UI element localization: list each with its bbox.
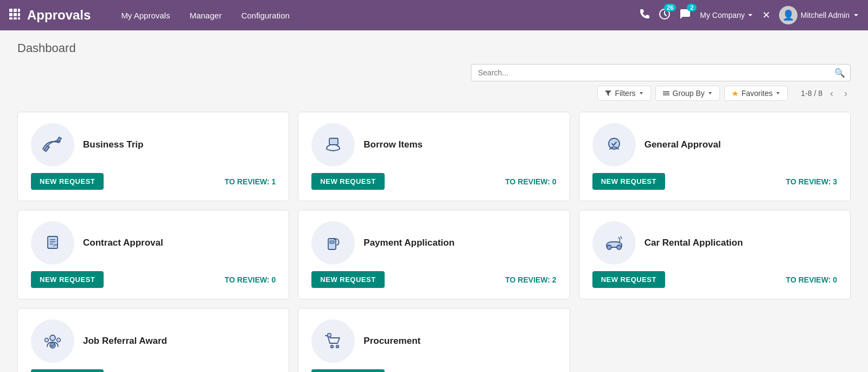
svg-point-30 (40, 328, 66, 354)
card-title: General Approval (644, 139, 721, 150)
card-title: Payment Application (363, 238, 455, 248)
card-top: Payment Application (311, 221, 556, 265)
user-menu[interactable]: 👤 Mitchell Admin (779, 6, 859, 24)
card-bottom: NEW REQUEST TO REVIEW: 0 (31, 271, 276, 288)
search-icon[interactable]: 🔍 (834, 68, 845, 78)
card-top: Borrow Items (311, 123, 556, 166)
main-content: Dashboard 🔍 Filters Group By Favorites (0, 30, 868, 372)
next-page-button[interactable]: › (841, 87, 851, 100)
card-title: Car Rental Application (644, 238, 743, 248)
svg-rect-25 (330, 241, 334, 243)
new-request-button[interactable]: NEW REQUEST (311, 271, 384, 288)
job-referral-icon (31, 319, 74, 363)
new-request-button[interactable]: NEW REQUEST (592, 271, 665, 288)
svg-rect-2 (18, 9, 20, 12)
svg-rect-1 (14, 9, 17, 12)
svg-rect-24 (328, 239, 336, 249)
to-review-count: TO REVIEW: 2 (505, 275, 556, 284)
page-title: Dashboard (17, 41, 851, 55)
to-review-count: TO REVIEW: 0 (505, 177, 556, 186)
card-job-referral[interactable]: Job Referral Award NEW REQUEST TO REVIEW… (17, 308, 289, 372)
procurement-icon (311, 319, 355, 363)
card-top: Procurement (311, 319, 556, 363)
card-top: Business Trip (31, 123, 276, 166)
notifications-badge: 26 (664, 4, 676, 11)
new-request-button[interactable]: NEW REQUEST (592, 173, 665, 190)
close-icon[interactable]: ✕ (762, 9, 770, 21)
svg-point-28 (617, 245, 621, 249)
grid-icon[interactable] (9, 8, 21, 23)
card-payment-application[interactable]: Payment Application NEW REQUEST TO REVIE… (298, 210, 570, 299)
card-car-rental[interactable]: Car Rental Application NEW REQUEST TO RE… (579, 210, 851, 299)
new-request-button[interactable]: NEW REQUEST (31, 369, 104, 372)
favorites-button[interactable]: Favorites (724, 86, 788, 101)
card-bottom: NEW REQUEST TO REVIEW: 2 (311, 271, 556, 288)
page-info: 1-8 / 8 (801, 89, 822, 98)
card-bottom: NEW REQUEST TO REVIEW: 3 (592, 173, 837, 190)
new-request-button[interactable]: NEW REQUEST (31, 271, 104, 288)
new-request-button[interactable]: NEW REQUEST (311, 173, 384, 190)
svg-point-37 (336, 345, 339, 348)
messages-badge: 2 (687, 4, 697, 11)
svg-rect-3 (9, 13, 12, 16)
general-approval-icon (592, 123, 636, 166)
to-review-count: TO REVIEW: 0 (225, 275, 276, 284)
activity-icon[interactable]: 26 (659, 8, 671, 23)
svg-rect-38 (328, 333, 331, 337)
filter-row: Filters Group By Favorites 1-8 / 8 ‹ › (17, 86, 851, 101)
search-input[interactable] (471, 64, 851, 81)
search-bar-row: 🔍 (17, 64, 851, 81)
card-bottom: NEW REQUEST TO REVIEW: 0 (311, 369, 556, 372)
svg-rect-8 (18, 17, 20, 20)
svg-point-13 (40, 132, 66, 158)
card-title: Borrow Items (363, 139, 423, 150)
svg-point-33 (57, 338, 61, 342)
new-request-button[interactable]: NEW REQUEST (31, 173, 104, 190)
to-review-count: TO REVIEW: 3 (786, 177, 837, 186)
card-title: Contract Approval (83, 238, 163, 248)
messages-icon[interactable]: 2 (679, 8, 691, 23)
new-request-button[interactable]: NEW REQUEST (311, 369, 384, 372)
svg-rect-5 (18, 13, 20, 16)
borrow-items-icon (311, 123, 355, 166)
search-wrap: 🔍 (471, 64, 851, 81)
card-title: Business Trip (83, 139, 143, 150)
avatar: 👤 (779, 6, 797, 24)
svg-rect-6 (9, 17, 12, 20)
nav-my-approvals[interactable]: My Approvals (112, 8, 178, 23)
svg-point-36 (331, 345, 334, 348)
contract-approval-icon (31, 221, 74, 265)
to-review-count: TO REVIEW: 1 (225, 177, 276, 186)
svg-rect-0 (9, 9, 12, 12)
company-selector[interactable]: My Company (700, 11, 753, 20)
svg-rect-7 (14, 17, 17, 20)
card-title: Job Referral Award (83, 336, 167, 347)
payment-application-icon (311, 221, 355, 265)
car-rental-icon (592, 221, 636, 265)
topbar-right: 26 2 My Company ✕ 👤 Mitchell Admin (639, 6, 859, 24)
card-contract-approval[interactable]: Contract Approval NEW REQUEST TO REVIEW:… (17, 210, 289, 299)
card-bottom: NEW REQUEST TO REVIEW: 0 (31, 369, 276, 372)
prev-page-button[interactable]: ‹ (827, 87, 837, 100)
svg-rect-19 (48, 236, 58, 248)
to-review-count: TO REVIEW: 0 (786, 275, 837, 284)
card-top: General Approval (592, 123, 837, 166)
svg-point-31 (50, 335, 55, 341)
svg-rect-4 (14, 13, 17, 16)
nav-configuration[interactable]: Configuration (233, 8, 298, 23)
card-title: Procurement (363, 336, 420, 347)
card-bottom: NEW REQUEST TO REVIEW: 0 (311, 173, 556, 190)
groupby-button[interactable]: Group By (655, 86, 720, 101)
card-borrow-items[interactable]: Borrow Items NEW REQUEST TO REVIEW: 0 (298, 112, 570, 201)
svg-rect-15 (329, 138, 338, 145)
filters-button[interactable]: Filters (597, 86, 650, 101)
card-general-approval[interactable]: General Approval NEW REQUEST TO REVIEW: … (579, 112, 851, 201)
nav-manager[interactable]: Manager (181, 8, 230, 23)
card-procurement[interactable]: Procurement NEW REQUEST TO REVIEW: 0 (298, 308, 570, 372)
phone-icon[interactable] (639, 9, 650, 22)
app-name: Approvals (27, 8, 91, 23)
svg-point-35 (320, 328, 346, 354)
cards-grid: Business Trip NEW REQUEST TO REVIEW: 1 (17, 112, 851, 372)
card-business-trip[interactable]: Business Trip NEW REQUEST TO REVIEW: 1 (17, 112, 289, 201)
svg-point-17 (609, 138, 620, 149)
